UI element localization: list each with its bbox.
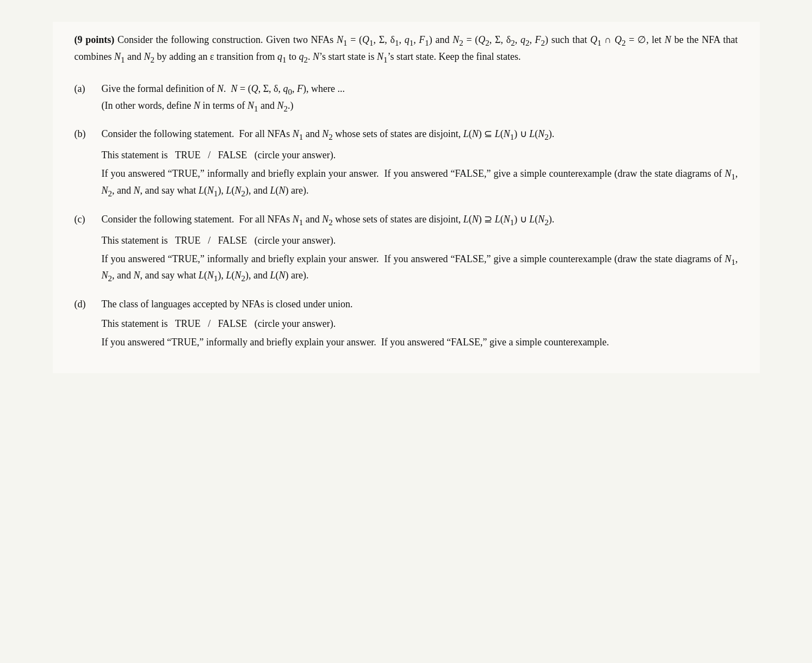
part-a: (a) Give the formal definition of N. N =… [75, 82, 738, 115]
part-d-true-false: This statement is TRUE / FALSE (circle y… [102, 317, 738, 332]
part-b: (b) Consider the following statement. Fo… [75, 127, 738, 200]
problem-intro: (9 points) Consider the following constr… [75, 33, 738, 66]
part-d: (d) The class of languages accepted by N… [75, 297, 738, 350]
part-c-label: (c) [75, 212, 102, 229]
part-b-explanation: If you answered “TRUE,” informally and b… [102, 166, 738, 200]
intro-text: Consider the following construction. Giv… [75, 34, 738, 62]
part-d-content: The class of languages accepted by NFAs … [102, 297, 738, 312]
part-d-explanation: If you answered “TRUE,” informally and b… [102, 335, 738, 350]
part-b-true-false: This statement is TRUE / FALSE (circle y… [102, 148, 738, 163]
problem-container: (9 points) Consider the following constr… [53, 22, 760, 373]
part-b-label: (b) [75, 127, 102, 144]
points-label: (9 points) [75, 34, 115, 45]
part-a-content: Give the formal definition of N. N = (Q,… [102, 82, 738, 115]
part-c-content: Consider the following statement. For al… [102, 212, 738, 229]
part-d-statement-block: This statement is TRUE / FALSE (circle y… [102, 317, 738, 350]
part-b-content: Consider the following statement. For al… [102, 127, 738, 144]
part-a-label: (a) [75, 82, 102, 115]
part-b-statement-block: This statement is TRUE / FALSE (circle y… [102, 148, 738, 200]
part-d-label: (d) [75, 297, 102, 312]
part-c-statement-block: This statement is TRUE / FALSE (circle y… [102, 233, 738, 286]
part-c-explanation: If you answered “TRUE,” informally and b… [102, 252, 738, 286]
part-c-true-false: This statement is TRUE / FALSE (circle y… [102, 233, 738, 249]
part-c: (c) Consider the following statement. Fo… [75, 212, 738, 285]
